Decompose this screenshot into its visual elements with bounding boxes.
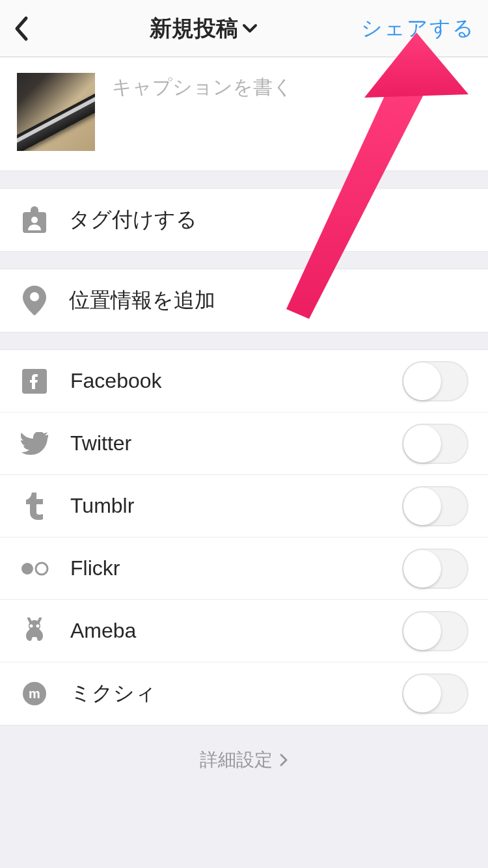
location-pin-icon bbox=[20, 286, 49, 316]
flickr-icon bbox=[20, 562, 49, 576]
page-title: 新規投稿 bbox=[150, 14, 238, 44]
ameba-icon bbox=[20, 617, 49, 645]
person-tag-icon bbox=[20, 206, 49, 234]
share-row-ameba: Ameba bbox=[0, 600, 488, 662]
tag-people-row[interactable]: タグ付けする bbox=[0, 188, 488, 252]
share-button[interactable]: シェアする bbox=[361, 14, 475, 43]
toggle-ameba[interactable] bbox=[402, 611, 468, 651]
share-row-facebook: Facebook bbox=[0, 350, 488, 413]
svg-point-1 bbox=[30, 292, 39, 301]
facebook-icon bbox=[20, 369, 49, 394]
chevron-right-icon bbox=[279, 753, 288, 767]
svg-point-6 bbox=[36, 624, 40, 627]
toggle-flickr[interactable] bbox=[402, 549, 468, 589]
svg-text:m: m bbox=[29, 686, 40, 701]
back-button[interactable] bbox=[13, 16, 46, 42]
share-services-list: Facebook Twitter Tumblr Flickr Ameba m bbox=[0, 349, 488, 726]
add-location-row[interactable]: 位置情報を追加 bbox=[0, 269, 488, 332]
svg-point-3 bbox=[21, 563, 33, 575]
share-label: Ameba bbox=[70, 619, 381, 643]
svg-point-5 bbox=[30, 624, 33, 627]
chevron-down-icon bbox=[242, 23, 258, 34]
post-thumbnail[interactable] bbox=[17, 73, 95, 151]
share-label: Tumblr bbox=[70, 494, 381, 518]
share-row-tumblr: Tumblr bbox=[0, 475, 488, 537]
share-label: Twitter bbox=[70, 431, 381, 455]
advanced-settings-label: 詳細設定 bbox=[200, 748, 273, 772]
twitter-icon bbox=[20, 432, 49, 455]
svg-point-4 bbox=[36, 563, 47, 575]
add-location-label: 位置情報を追加 bbox=[69, 286, 215, 315]
toggle-facebook[interactable] bbox=[402, 361, 468, 401]
mixi-icon: m bbox=[20, 681, 49, 707]
caption-section bbox=[0, 57, 488, 171]
toggle-tumblr[interactable] bbox=[402, 486, 468, 526]
caption-input[interactable] bbox=[112, 73, 471, 151]
advanced-settings-row[interactable]: 詳細設定 bbox=[0, 726, 488, 794]
tumblr-icon bbox=[20, 493, 49, 520]
toggle-twitter[interactable] bbox=[402, 424, 468, 464]
svg-line-8 bbox=[38, 618, 40, 622]
share-label: Facebook bbox=[70, 369, 381, 393]
title-dropdown[interactable]: 新規投稿 bbox=[150, 14, 258, 44]
tag-people-label: タグ付けする bbox=[69, 206, 197, 234]
header: 新規投稿 シェアする bbox=[0, 0, 488, 57]
share-row-twitter: Twitter bbox=[0, 413, 488, 475]
share-label: Flickr bbox=[70, 556, 381, 580]
svg-line-7 bbox=[29, 618, 31, 622]
toggle-mixi[interactable] bbox=[402, 673, 468, 714]
svg-point-0 bbox=[31, 217, 38, 223]
chevron-left-icon bbox=[13, 16, 29, 42]
share-row-flickr: Flickr bbox=[0, 537, 488, 600]
share-label: ミクシィ bbox=[70, 679, 381, 708]
share-row-mixi: m ミクシィ bbox=[0, 662, 488, 725]
